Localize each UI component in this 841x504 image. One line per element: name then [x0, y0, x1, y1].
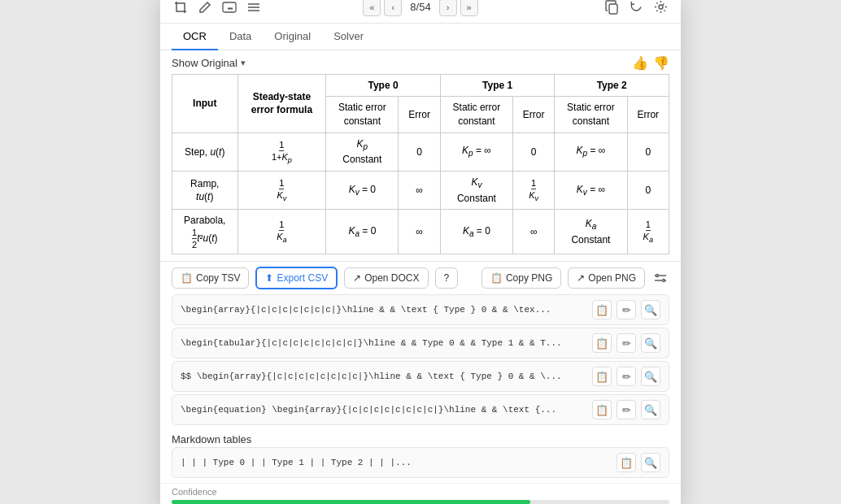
tab-original[interactable]: Original — [263, 24, 322, 50]
edit-code-2-btn[interactable]: ✏ — [617, 333, 636, 353]
row2-t0-err: ∞ — [399, 172, 440, 210]
markdown-label: Markdown tables — [160, 430, 681, 447]
search-code-2-btn[interactable]: 🔍 — [641, 333, 660, 353]
copy-code-3-btn[interactable]: 📋 — [592, 367, 612, 386]
row1-t0-const: KpConstant — [326, 133, 399, 172]
row3-t2-const: KaConstant — [555, 210, 627, 254]
copy-code-1-btn[interactable]: 📋 — [592, 300, 612, 319]
row2-t0-const: Kv = 0 — [326, 172, 399, 210]
open-docx-label: Open DOCX — [364, 272, 419, 284]
svg-rect-0 — [223, 2, 236, 12]
edit-code-1-btn[interactable]: ✏ — [617, 300, 636, 319]
action-bar: 📋 Copy TSV ⬆ Export CSV ↗ Open DOCX ? 📋 … — [160, 261, 681, 294]
col-formula: Steady-stateerror formula — [237, 74, 326, 133]
row1-t0-err: 0 — [399, 133, 440, 172]
show-original-row: Show Original ▾ 👍 👎 — [160, 50, 681, 74]
copy-markdown-btn[interactable]: 📋 — [617, 453, 636, 472]
type2-err-header: Error — [627, 97, 669, 133]
open-docx-btn[interactable]: ↗ Open DOCX — [344, 267, 428, 289]
pencil-icon[interactable] — [196, 0, 214, 16]
export-csv-label: Export CSV — [277, 272, 328, 284]
code-text-4: \begin{equation} \begin{array}{|c|c|c|c|… — [181, 405, 586, 415]
table-container: Input Steady-stateerror formula Type 0 T… — [160, 74, 681, 262]
help-label: ? — [444, 272, 450, 284]
confidence-container: Confidence — [160, 483, 681, 504]
thumbs-down-icon[interactable]: 👎 — [653, 55, 669, 71]
tab-data[interactable]: Data — [218, 24, 263, 50]
tab-ocr[interactable]: OCR — [172, 24, 218, 50]
copy-tsv-icon: 📋 — [181, 272, 193, 284]
edit-code-4-btn[interactable]: ✏ — [617, 400, 636, 419]
table-row: Step, u(t) 11+Kp KpConstant 0 Kp = ∞ 0 K… — [172, 133, 669, 172]
type1-const-header: Static errorconstant — [440, 97, 512, 133]
toolbar-center: « ‹ 8/54 › » — [363, 0, 477, 16]
row3-t1-err: ∞ — [512, 210, 554, 254]
page-indicator: 8/54 — [405, 1, 435, 13]
code-actions-4: 📋 ✏ 🔍 — [592, 400, 660, 419]
type1-header: Type 1 — [440, 74, 555, 97]
row1-formula: 11+Kp — [237, 133, 326, 172]
svg-point-13 — [656, 275, 659, 277]
row3-t1-const: Ka = 0 — [440, 210, 512, 254]
settings-icon[interactable] — [651, 0, 669, 16]
export-csv-btn[interactable]: ⬆ Export CSV — [255, 267, 338, 289]
code-actions-2: 📋 ✏ 🔍 — [592, 333, 660, 353]
thumbs-up-icon[interactable]: 👍 — [632, 55, 648, 71]
list-icon[interactable] — [245, 0, 263, 16]
copy-png-btn[interactable]: 📋 Copy PNG — [482, 267, 561, 289]
row2-input: Ramp,tu(t) — [172, 172, 238, 210]
search-code-4-btn[interactable]: 🔍 — [641, 400, 660, 419]
next-page-btn[interactable]: › — [439, 0, 457, 16]
type0-header: Type 0 — [326, 74, 441, 97]
open-docx-icon: ↗ — [353, 272, 361, 284]
table-row: Ramp,tu(t) 1Kv Kv = 0 ∞ KvConstant 1Kv K… — [172, 172, 669, 210]
copy-tsv-btn[interactable]: 📋 Copy TSV — [172, 267, 249, 289]
svg-rect-11 — [609, 4, 617, 14]
feedback-icons: 👍 👎 — [632, 55, 669, 71]
prev-page-btn[interactable]: ‹ — [384, 0, 402, 16]
code-row-1: \begin{array}{|c|c|c|c|c|c|c|}\hline & &… — [172, 294, 669, 325]
svg-point-14 — [663, 280, 665, 282]
row2-t1-err: 1Kv — [512, 172, 554, 210]
toolbar-left-icons — [172, 0, 263, 16]
row3-t0-err: ∞ — [399, 210, 440, 254]
filter-icon[interactable] — [651, 269, 669, 287]
main-table: Input Steady-stateerror formula Type 0 T… — [172, 74, 669, 255]
row2-formula: 1Kv — [237, 172, 326, 210]
keyboard-icon[interactable] — [220, 0, 238, 16]
last-page-btn[interactable]: » — [460, 0, 478, 16]
row2-t2-const: Kv = ∞ — [555, 172, 627, 210]
open-png-label: Open PNG — [588, 272, 636, 284]
row1-t1-err: 0 — [512, 133, 554, 172]
copy-png-label: Copy PNG — [506, 272, 552, 284]
row2-t2-err: 0 — [627, 172, 669, 210]
row1-t2-const: Kp = ∞ — [555, 133, 627, 172]
first-page-btn[interactable]: « — [363, 0, 381, 16]
code-actions-3: 📋 ✏ 🔍 — [592, 367, 660, 386]
code-actions-1: 📋 ✏ 🔍 — [592, 300, 660, 319]
type0-err-header: Error — [399, 97, 440, 133]
open-png-btn[interactable]: ↗ Open PNG — [568, 267, 645, 289]
tab-solver[interactable]: Solver — [322, 24, 375, 50]
refresh-icon[interactable] — [627, 0, 645, 16]
search-markdown-btn[interactable]: 🔍 — [641, 453, 660, 472]
show-original-btn[interactable]: Show Original ▾ — [172, 57, 246, 69]
edit-code-3-btn[interactable]: ✏ — [617, 367, 636, 386]
code-text-2: \begin{tabular}{|c|c|c|c|c|c|c|c|}\hline… — [181, 338, 586, 348]
copy-icon[interactable] — [603, 0, 621, 16]
help-btn[interactable]: ? — [435, 267, 459, 289]
confidence-label: Confidence — [172, 487, 669, 497]
copy-code-2-btn[interactable]: 📋 — [592, 333, 612, 353]
copy-code-4-btn[interactable]: 📋 — [592, 400, 612, 419]
chevron-down-icon: ▾ — [241, 58, 246, 68]
row1-t1-const: Kp = ∞ — [440, 133, 512, 172]
search-code-3-btn[interactable]: 🔍 — [641, 367, 660, 386]
row3-formula: 1Ka — [237, 210, 326, 254]
markdown-actions: 📋 🔍 — [617, 453, 660, 472]
show-original-label: Show Original — [172, 57, 237, 69]
code-row-2: \begin{tabular}{|c|c|c|c|c|c|c|c|}\hline… — [172, 328, 669, 358]
crop-icon[interactable] — [172, 0, 190, 16]
toolbar-right-icons — [603, 0, 669, 16]
copy-tsv-label: Copy TSV — [196, 272, 240, 284]
search-code-1-btn[interactable]: 🔍 — [641, 300, 660, 319]
